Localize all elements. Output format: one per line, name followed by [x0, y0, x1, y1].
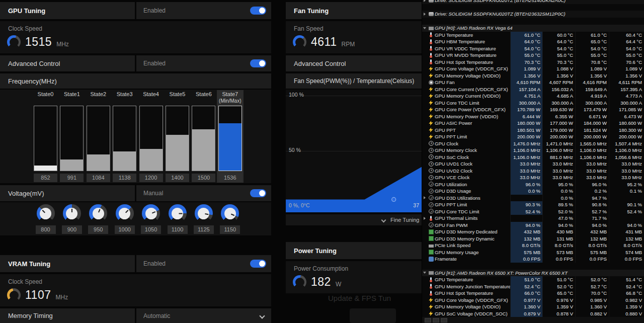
sensor-row[interactable]: GPU UVD1 Clock33.0 MHz33.0 MHz33.0 MHz33… [422, 160, 644, 168]
sensor-row[interactable]: GPU Memory Voltage (VDDIO)1.356 V1.356 V… [422, 72, 644, 79]
voltage-knob[interactable] [169, 204, 187, 222]
toolbar-button[interactable] [441, 318, 447, 322]
state-mhz-field[interactable]: 1500 [192, 174, 215, 182]
sensor-row[interactable]: PCIe Link Speed8.0 GT/s8.0 GT/s8.0 GT/s8… [422, 242, 644, 249]
voltage-manual-toggle[interactable] [250, 189, 266, 197]
sensor-row[interactable]: GPU Hot Spot Temperature66.0 °C65.0 °C70… [422, 290, 644, 297]
voltage-mv-field[interactable]: 1000 [115, 225, 135, 234]
voltage-mv-field[interactable]: 1050 [141, 225, 161, 234]
sensor-row[interactable]: GPU Core Power (VDDCR_GFX)170.789 W169.6… [422, 106, 644, 113]
fan-curve-point[interactable] [392, 197, 396, 201]
sensor-row[interactable]: GPU VCE Clock33.0 MHz33.0 MHz33.0 MHz33.… [422, 174, 644, 181]
state-bar[interactable] [192, 106, 215, 171]
voltage-mv-field[interactable]: 800 [36, 225, 56, 234]
sensor-row[interactable]: GPU Temperature61.0 °C60.0 °C61.0 °C60.4… [422, 32, 644, 39]
voltage-knob[interactable] [116, 204, 134, 222]
sensor-row[interactable]: GPU Memory Voltage (VDDIO)1.360 V1.359 V… [422, 303, 644, 310]
voltage-knob[interactable] [142, 204, 160, 222]
sensor-row[interactable]: GPU Utilization96.0 %95.0 %96.0 %95.2 % [422, 181, 644, 188]
state-mhz-field[interactable]: 1400 [166, 174, 189, 182]
state-mhz-field[interactable]: 1138 [113, 174, 136, 182]
sensor-row[interactable]: GPU Core TDC Limit300.000 A300.000 A300.… [422, 100, 644, 107]
state-mhz-field[interactable]: 1200 [139, 174, 163, 182]
voltage-mv-field[interactable]: 950 [88, 225, 108, 234]
sensor-row[interactable]: GPU SoC Voltage (VDDCR_SOC)0.879 V0.878 … [422, 310, 644, 317]
sensor-row[interactable]: GPU Memory Current (VDDIO)4.751 A4.685 A… [422, 93, 644, 100]
freq-state-column[interactable]: State41200 [139, 91, 163, 182]
sensor-row[interactable]: GPU Core TDC Limit52.4 %52.0 %52.7 %52.4… [422, 208, 644, 215]
sensor-row[interactable]: GPU Memory Usage575 MB573 MB575 MB574 MB [422, 249, 644, 256]
voltage-knob[interactable] [63, 204, 81, 222]
sensor-row[interactable]: GPU SoC Clock1,106.0 MHz881.0 MHz1,106.0… [422, 154, 644, 161]
freq-state-column[interactable]: State7(Min/Max)1536 [218, 91, 242, 182]
sensor-row[interactable]: GPU VR VDDC Temperature54.0 °C54.0 °C54.… [422, 45, 644, 52]
chevron-right-icon[interactable] [424, 13, 426, 16]
voltage-knob[interactable] [221, 204, 239, 222]
sensor-row[interactable]: GPU VR MVDD Temperature55.0 °C55.0 °C55.… [422, 52, 644, 59]
state-bar[interactable] [34, 106, 57, 171]
sensor-row[interactable]: GPU Memory Clock1,106.0 MHz1,106.0 MHz1,… [422, 147, 644, 154]
sensor-row[interactable]: GPU UVD2 Clock33.0 MHz33.0 MHz33.0 MHz33… [422, 168, 644, 175]
state-bar[interactable] [218, 106, 242, 171]
advanced-control-toggle[interactable] [250, 59, 266, 67]
sensor-row[interactable]: GPU PPT Limit200.000 W200.000 W200.000 W… [422, 133, 644, 140]
chevron-down-icon[interactable] [423, 27, 426, 29]
state-bar[interactable] [139, 106, 163, 171]
state-bar[interactable] [60, 106, 84, 171]
voltage-knob[interactable] [37, 204, 55, 222]
sensor-row[interactable]: GPU D3D Memory Dedicated432 MB430 MB432 … [422, 228, 644, 235]
gpu-tuning-toggle[interactable] [250, 7, 266, 15]
voltage-knob[interactable] [195, 204, 213, 222]
voltage-mv-field[interactable]: 1100 [168, 225, 188, 234]
sensor-row[interactable]: GPU Hot Spot Temperature70.3 °C70.3 °C70… [422, 59, 644, 66]
state-bar[interactable] [87, 106, 110, 171]
sensor-row[interactable]: GPU PPT180.501 W179.000 W181.524 W180.30… [422, 127, 644, 134]
chevron-right-icon[interactable] [424, 217, 426, 220]
chevron-right-icon[interactable] [424, 196, 426, 199]
vram-tuning-toggle[interactable] [250, 260, 266, 268]
state-mhz-field[interactable]: 991 [60, 174, 84, 182]
sensor-row[interactable]: GPU Memory Junction Temperature52.4 °C52… [422, 283, 644, 290]
sensor-row[interactable]: GPU PPT Limit90.3 %89.5 %90.8 %90.1 % [422, 201, 644, 208]
fine-tuning-expander[interactable]: Fine Tuning [286, 214, 422, 225]
state-mhz-field[interactable]: 852 [34, 174, 57, 182]
sensor-row[interactable]: GPU Core Current (VDDCR_GFX)157.104 A156… [422, 86, 644, 93]
freq-state-column[interactable]: State61500 [192, 91, 215, 182]
gpu1-section-header[interactable]: GPU [#1]: AMD Radeon RX 6500 XT: PowerCo… [422, 270, 644, 277]
sensor-row[interactable]: GPU D3D Memory Dynamic132 MB131 MB132 MB… [422, 235, 644, 243]
sensor-row[interactable]: GPU D3D Usage0.0 %0.0 %0.2 %0.1 % [422, 188, 644, 195]
sensor-row[interactable]: GPU Fan PWM94.0 %94.0 %94.0 %94.0 % [422, 222, 644, 229]
freq-state-column[interactable]: State31138 [113, 91, 136, 182]
sensor-row[interactable]: GPU Clock1,476.0 MHz1,471.0 MHz1,565.0 M… [422, 140, 644, 147]
freq-state-column[interactable]: State1991 [60, 91, 84, 182]
chevron-right-icon[interactable] [424, 0, 426, 2]
freq-state-column[interactable]: State0852 [34, 91, 57, 182]
drive-row[interactable]: Drive: SOLIDIGM SSDPFKNU020TZ (BTEH25140… [422, 0, 644, 4]
sensor-row[interactable]: GPU Temperature51.0 °C51.0 °C52.0 °C51.4… [422, 276, 644, 283]
gpu0-section-header[interactable]: GPU [#0]: AMD Radeon RX Vega 64 [422, 25, 644, 32]
drive-row[interactable]: Drive: SOLIDIGM SSDPFKNU020TZ (BTEH23632… [422, 11, 644, 18]
sensor-row[interactable]: GPU Core Voltage (VDDCR_GFX)1.089 V1.088… [422, 65, 644, 72]
voltage-mv-field[interactable]: 1150 [220, 225, 240, 234]
voltage-mv-field[interactable]: 1125 [194, 225, 214, 234]
sensor-row[interactable]: Framerate0.0 FPS0.0 FPS0.0 FPS0.0 FPS [422, 256, 644, 263]
sensor-row[interactable]: GPU Memory Power (VDDIO)6.444 W6.355 W6.… [422, 113, 644, 120]
state-mhz-field[interactable]: 1536 [218, 174, 242, 182]
sensor-row[interactable]: GPU Core Voltage (VDDCR_GFX)0.977 V0.976… [422, 297, 644, 304]
voltage-knob[interactable] [89, 204, 107, 222]
freq-state-column[interactable]: State21084 [87, 91, 110, 182]
sensor-row[interactable]: GPU Fan4,610 RPM4,607 RPM4,616 RPM4,611 … [422, 79, 644, 86]
toolbar-button[interactable] [433, 318, 439, 322]
sensor-row[interactable]: GPU D3D Utilizations0.0 %94.7 % [422, 195, 644, 202]
sensor-row[interactable]: GPU HBM Temperature64.0 °C64.0 °C65.0 °C… [422, 38, 644, 45]
state-bar[interactable] [113, 106, 136, 171]
chevron-down-icon[interactable] [423, 272, 426, 274]
sensor-row[interactable]: GPU ASIC Power180.000 W177.000 W184.000 … [422, 120, 644, 127]
voltage-mv-field[interactable]: 900 [62, 225, 82, 234]
freq-state-column[interactable]: State51400 [166, 91, 189, 182]
toolbar-button[interactable] [425, 318, 431, 322]
memory-timing-dropdown[interactable]: Automatic [136, 308, 271, 323]
state-bar[interactable] [166, 106, 189, 171]
state-mhz-field[interactable]: 1084 [87, 174, 110, 182]
sensor-row[interactable]: GPU Thermal Limits47.0 %71.7 % [422, 215, 644, 222]
